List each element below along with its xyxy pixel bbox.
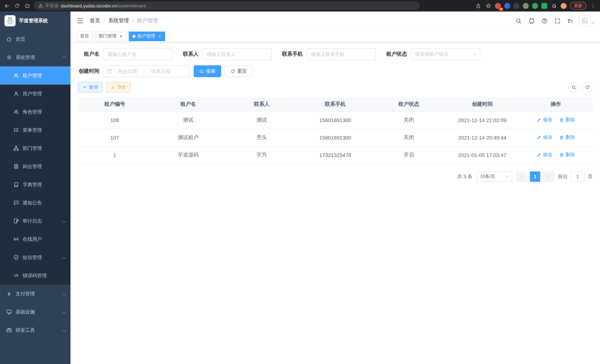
tab-tenant-management[interactable]: 租户管理 × (129, 31, 165, 41)
help-icon[interactable] (541, 18, 548, 24)
extension-icon[interactable] (541, 3, 547, 9)
url-path: /system/tenant (117, 3, 146, 8)
sidebar-item-dev-tools[interactable]: 研发工具 (0, 321, 71, 339)
delete-link[interactable]: 删除 (559, 152, 575, 158)
goto-page-input[interactable] (570, 171, 585, 182)
app-logo[interactable]: 芋道管理系统 (0, 11, 71, 30)
export-button[interactable]: 导出 (106, 82, 131, 92)
sidebar-item-home[interactable]: 首页 (0, 30, 71, 48)
tenant-name-input[interactable] (103, 48, 173, 60)
tab-home[interactable]: 首页 (76, 31, 93, 41)
cell-tenant-id: 1 (78, 146, 151, 164)
phone-input[interactable] (307, 48, 376, 60)
cell-created: 2021-01-05 17:03:47 (445, 146, 519, 164)
browser-menu-kebab-icon[interactable] (590, 2, 596, 9)
sidebar-item-sms-management[interactable]: 短信管理 (0, 248, 71, 266)
search-icon[interactable] (515, 18, 522, 24)
breadcrumb-home[interactable]: 首页 (90, 18, 100, 24)
prev-page-button[interactable] (516, 171, 527, 182)
active-tab-dot (132, 35, 135, 38)
bookmark-star-icon[interactable] (485, 2, 492, 9)
sidebar-item-post-management[interactable]: 岗位管理 (0, 157, 71, 176)
font-size-icon[interactable]: TT (567, 18, 573, 24)
cell-phone: 15601691300 (299, 129, 372, 146)
status-select[interactable]: 请选择租户状态 (411, 48, 480, 60)
sidebar-item-error-code[interactable]: 错误码管理 (0, 266, 71, 285)
sidebar-item-online-users[interactable]: 在线用户 (0, 230, 71, 248)
edit-link[interactable]: 修改 (536, 152, 553, 158)
search-button-label: 搜索 (206, 68, 216, 75)
profile-avatar[interactable] (561, 3, 567, 9)
chevron-down-icon (63, 292, 66, 295)
close-icon[interactable]: × (157, 34, 162, 39)
extension-icon[interactable] (523, 3, 529, 9)
github-icon[interactable] (528, 18, 535, 24)
edit-link[interactable]: 修改 (536, 134, 553, 141)
home-browser-icon[interactable] (24, 2, 30, 9)
reload-icon[interactable] (14, 2, 20, 9)
page-number-button[interactable]: 1 (530, 171, 540, 182)
tab-dept-management[interactable]: 部门管理 × (95, 31, 127, 41)
sidebar-fold-icon[interactable] (76, 17, 84, 25)
top-navbar: 首页 / 系统管理 / 租户管理 TT (71, 11, 600, 30)
sidebar-item-label: 首页 (16, 36, 25, 42)
extension-icon[interactable] (532, 3, 538, 9)
sidebar-item-role-management[interactable]: 角色管理 (0, 103, 71, 121)
delete-link[interactable]: 删除 (559, 117, 575, 123)
sidebar-item-menu-management[interactable]: 菜单管理 (0, 121, 71, 139)
toggle-search-button[interactable] (568, 82, 579, 92)
start-date-input[interactable] (113, 68, 141, 74)
filter-row-1: 租户名 联系人 联系手机 租户状态 请选择租户状态 (78, 48, 593, 60)
plus-icon (82, 85, 87, 90)
sidebar-item-user-management[interactable]: 用户管理 (0, 84, 71, 103)
edit-link[interactable]: 修改 (536, 117, 553, 123)
chevron-down-icon (592, 21, 594, 24)
create-time-label: 创建时间 (78, 68, 99, 75)
col-contact: 联系人 (225, 97, 299, 111)
address-bar[interactable]: 不安全 dashboard.yudao.iocoder.cn/system/te… (34, 1, 420, 10)
cell-created: 2021-12-14 20:49:44 (445, 129, 519, 146)
end-date-input[interactable] (147, 68, 175, 74)
table-row: 1 芋道源码 芋艿 17321315478 开启 2021-01-05 17:0… (78, 146, 593, 164)
sidebar-item-tenant-management[interactable]: 租户管理 (0, 66, 71, 84)
shield-icon (13, 254, 19, 260)
add-button-label: 新增 (89, 84, 98, 90)
extension-icon[interactable]: 10 (495, 3, 501, 9)
user-avatar-menu[interactable] (579, 15, 594, 26)
next-page-button[interactable] (543, 171, 554, 182)
cell-contact: 测试 (225, 111, 299, 129)
chevron-down-icon (506, 175, 509, 178)
date-range-picker[interactable]: - (103, 65, 190, 77)
add-button[interactable]: 新增 (78, 82, 103, 92)
breadcrumb-system-management[interactable]: 系统管理 (108, 18, 129, 24)
sidebar-item-audit-log[interactable]: 审计日志 (0, 212, 71, 230)
sidebar-item-pay-management[interactable]: ¥ 支付管理 (0, 285, 71, 303)
breadcrumb-separator: / (103, 18, 105, 24)
extension-icon[interactable] (514, 3, 519, 9)
sidebar-item-dict-management[interactable]: 字典管理 (0, 176, 71, 194)
fullscreen-icon[interactable] (554, 18, 561, 24)
sidebar-item-notice[interactable]: 通知公告 (0, 194, 71, 212)
chevron-left-icon (521, 175, 524, 178)
extension-icon[interactable] (504, 3, 510, 9)
browser-update-button[interactable]: 更新 (570, 2, 586, 10)
extensions-puzzle-icon[interactable] (551, 2, 557, 9)
search-button[interactable]: 搜索 (194, 65, 221, 77)
sidebar-item-infrastructure[interactable]: 基础设施 (0, 303, 71, 321)
app-shell: 芋道管理系统 首页 系统管理 租户管理 用户管理 (0, 11, 600, 364)
back-icon[interactable] (4, 2, 10, 9)
chevron-right-icon (547, 175, 550, 178)
user-icon (13, 91, 19, 96)
col-actions: 操作 (519, 97, 593, 111)
sidebar-item-dept-management[interactable]: 部门管理 (0, 139, 71, 157)
sidebar-item-system-management[interactable]: 系统管理 (0, 48, 71, 66)
page-size-select[interactable]: 10条/页 (477, 171, 512, 182)
contact-input[interactable] (202, 48, 272, 60)
refresh-table-button[interactable] (582, 82, 593, 92)
filter-status: 租户状态 请选择租户状态 (386, 48, 480, 60)
delete-link[interactable]: 删除 (559, 134, 575, 141)
share-icon[interactable] (475, 2, 482, 9)
sidebar-item-label: 错误码管理 (23, 272, 47, 279)
reset-button[interactable]: 重置 (225, 65, 252, 77)
close-icon[interactable]: × (118, 34, 123, 39)
